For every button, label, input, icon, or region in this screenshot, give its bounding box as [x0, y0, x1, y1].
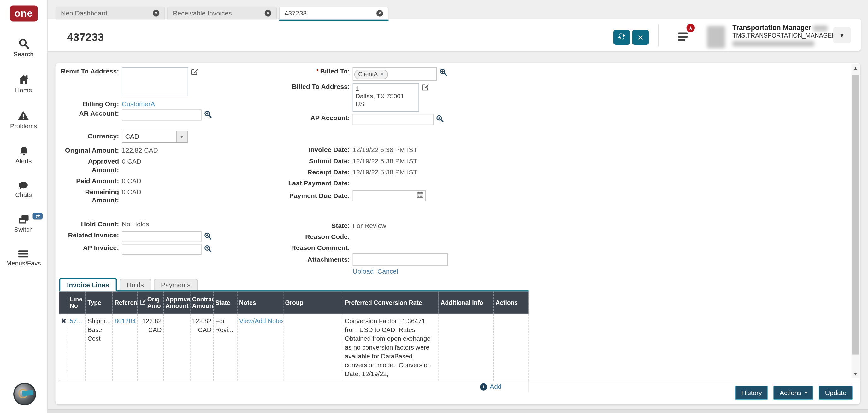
menu-list-button[interactable] [678, 33, 689, 43]
user-menu-dropdown[interactable]: ▾ [833, 27, 851, 43]
cell-actions [493, 314, 528, 381]
col-reference[interactable]: Referenc [112, 291, 137, 314]
line-no-link[interactable]: 57... [70, 317, 82, 324]
col-type[interactable]: Type [85, 291, 112, 314]
delete-row-icon[interactable]: ✖ [61, 317, 67, 325]
ar-account-input[interactable] [122, 109, 202, 121]
approved-amount-label: Approved Amount: [59, 158, 122, 174]
col-group[interactable]: Group [283, 291, 343, 314]
actions-button[interactable]: Actions▾ [774, 386, 813, 400]
calendar-icon[interactable] [416, 191, 424, 201]
tab-payments[interactable]: Payments [154, 279, 197, 290]
ap-invoice-input[interactable] [122, 244, 202, 255]
cell-line-no: 57... [67, 314, 85, 381]
sidebar-item-search[interactable]: Search [13, 37, 34, 57]
chevron-down-icon: ▾ [805, 390, 807, 395]
sidebar-item-menus-favs[interactable]: Menus/Favs [6, 249, 41, 267]
search-icon [18, 37, 30, 50]
history-button[interactable]: History [735, 386, 768, 400]
sidebar-item-home[interactable]: Home [15, 73, 32, 93]
col-contract-amount[interactable]: Contract Amount [190, 291, 213, 314]
cell-notes: View/Add Notes [237, 314, 283, 381]
close-icon[interactable]: ✕ [265, 10, 271, 17]
col-actions[interactable]: Actions [493, 291, 528, 314]
tab-receivable-invoices[interactable]: Receivable Invoices ✕ [167, 7, 277, 19]
payment-due-date-input[interactable] [353, 191, 426, 202]
billed-to-input[interactable]: ClientA ✕ [353, 67, 437, 81]
col-state[interactable]: State [213, 291, 237, 314]
invoice-lines-section: Invoice Lines Holds Payments Line No Typ… [59, 279, 529, 392]
chip-close-icon[interactable]: ✕ [380, 71, 384, 77]
lookup-icon[interactable] [204, 232, 212, 242]
sidebar-item-chats[interactable]: Chats [15, 180, 32, 198]
vertical-scrollbar[interactable]: ▲ ▼ [851, 64, 860, 379]
billed-to-address-box[interactable]: 1 Dallas, TX 75001 US [353, 83, 419, 112]
sidebar-item-problems[interactable]: Problems [10, 109, 37, 129]
edit-icon [140, 299, 146, 306]
payment-due-date-label: Payment Due Date: [268, 191, 352, 201]
billing-org-label: Billing Org: [59, 100, 122, 108]
close-page-button[interactable]: ✕ [632, 30, 649, 45]
currency-select[interactable]: CAD ▾ [122, 131, 188, 143]
tab-437233[interactable]: 437233 ✕ [279, 7, 389, 21]
update-button[interactable]: Update [819, 386, 852, 400]
refresh-button[interactable] [613, 30, 630, 45]
sidebar-item-label: Problems [10, 123, 37, 129]
scroll-up-arrow[interactable]: ▲ [851, 64, 860, 72]
col-additional-info[interactable]: Additional Info [439, 291, 494, 314]
attachments-input[interactable] [353, 253, 448, 266]
scroll-down-arrow[interactable]: ▼ [851, 370, 860, 378]
hold-count-label: Hold Count: [59, 220, 122, 228]
col-orig-amount[interactable]: Orig Amo [137, 291, 163, 314]
close-icon[interactable]: ✕ [376, 10, 383, 17]
tab-holds[interactable]: Holds [120, 279, 151, 290]
ap-invoice-label: AP Invoice: [59, 244, 122, 252]
refresh-icon [617, 32, 626, 42]
billing-org-link[interactable]: CustomerA [122, 100, 155, 108]
one-logo[interactable]: one [10, 6, 37, 22]
edit-icon[interactable] [421, 83, 429, 94]
menu-icon [18, 249, 30, 259]
tab-neo-dashboard[interactable]: Neo Dashboard ✕ [55, 7, 165, 19]
chat-icon [18, 180, 30, 191]
sidebar-item-label: Alerts [16, 158, 32, 164]
reason-code-label: Reason Code: [268, 233, 352, 241]
switch-arrows-badge[interactable]: ⇄ [33, 213, 43, 219]
remit-to-address-box[interactable] [122, 67, 188, 96]
sidebar-item-label: Search [13, 51, 34, 57]
scrollbar-thumb[interactable] [852, 75, 859, 355]
ap-account-input[interactable] [353, 114, 434, 125]
sidebar-item-alerts[interactable]: Alerts [16, 145, 32, 164]
tab-label: Neo Dashboard [61, 9, 107, 18]
edit-icon[interactable] [191, 68, 198, 78]
bell-icon [18, 145, 29, 157]
col-approved-amount[interactable]: Approved Amount [163, 291, 190, 314]
favorites-star-badge: ★ [687, 24, 695, 32]
address-line-2: Dallas, TX 75001 [355, 92, 416, 100]
required-asterisk: * [316, 67, 319, 75]
cell-delete: ✖ [59, 314, 67, 381]
tab-invoice-lines[interactable]: Invoice Lines [59, 278, 117, 291]
lookup-icon[interactable] [439, 68, 447, 78]
cancel-link[interactable]: Cancel [377, 268, 398, 276]
close-icon[interactable]: ✕ [153, 10, 159, 17]
related-invoice-input[interactable] [122, 231, 202, 242]
tab-label: Receivable Invoices [173, 9, 231, 18]
reference-link[interactable]: 801284 [115, 317, 136, 324]
last-payment-date-label: Last Payment Date: [268, 179, 352, 187]
col-preferred-conversion-rate[interactable]: Preferred Conversion Rate [343, 291, 439, 314]
col-notes[interactable]: Notes [237, 291, 283, 314]
warning-icon [18, 109, 30, 122]
lookup-icon[interactable] [204, 110, 212, 121]
section-tabs: Invoice Lines Holds Payments [59, 279, 529, 291]
sidebar-item-switch[interactable]: ⇄ Switch [14, 214, 33, 233]
table-header-row: Line No Type Referenc Orig Amo Approved … [59, 291, 529, 314]
view-add-notes-link[interactable]: View/Add Notes [239, 317, 283, 324]
upload-link[interactable]: Upload [353, 268, 374, 276]
form-left-column: Remit To Address: Billing Org: CustomerA… [59, 67, 297, 255]
submit-date-label: Submit Date: [268, 157, 352, 165]
assistant-avatar[interactable] [13, 383, 36, 406]
lookup-icon[interactable] [204, 244, 212, 255]
col-line-no[interactable]: Line No [67, 291, 85, 314]
lookup-icon[interactable] [436, 114, 444, 125]
